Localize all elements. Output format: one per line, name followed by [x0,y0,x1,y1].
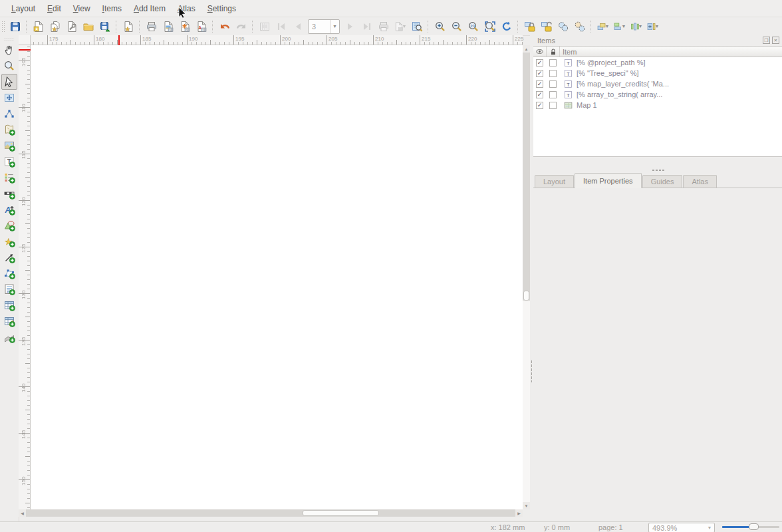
save-project-button[interactable] [7,19,23,35]
panel-splitter-handle[interactable] [652,169,665,172]
zoom-tool-tool-button[interactable] [1,58,17,74]
menu-edit[interactable]: Edit [41,1,67,16]
atlas-feature-number-combo[interactable]: 3▼ [308,19,340,34]
move-item-content-tool-button[interactable] [1,90,17,106]
add-scalebar-tool-button[interactable] [1,186,17,201]
add-arrow-tool-button[interactable] [1,249,17,265]
unlock-all-items-button[interactable] [539,19,555,35]
menu-items[interactable]: Items [96,1,128,16]
items-tree-row[interactable]: ✓T[% @project_path %] [533,57,782,68]
items-tree-row[interactable]: ✓T[% map_layer_credits( 'Ma... [533,78,782,89]
new-layout-button[interactable]: ★ [31,19,47,35]
add-map-tool-button[interactable] [1,122,17,138]
tab-guides[interactable]: Guides [642,175,683,188]
raise-selected-items-button[interactable]: ▼ [595,19,611,35]
vertical-scroll-trough[interactable] [523,301,530,502]
visibility-checkbox[interactable]: ✓ [536,80,543,88]
add-north-arrow-tool-button[interactable]: A [1,201,17,217]
scroll-up-arrow[interactable]: ▲ [523,45,530,53]
lock-checkbox[interactable] [549,91,557,98]
add-shape-tool-button[interactable] [1,217,17,233]
group-items-button[interactable] [555,19,571,35]
export-as-pdf-button[interactable]: AP [194,19,209,35]
next-feature-button[interactable] [342,19,358,35]
horizontal-scroll-thumb[interactable] [303,510,379,516]
edit-nodes-item-tool-button[interactable] [1,106,17,122]
first-feature-button[interactable] [273,19,289,35]
print-layout-button[interactable] [144,19,160,35]
visibility-checkbox[interactable]: ✓ [536,91,543,98]
add-attribute-table-tool-button[interactable] [1,297,17,313]
menu-settings[interactable]: Settings [201,1,242,16]
add-html-tool-button[interactable]: </> [1,281,17,297]
toolbar-drag-handle[interactable] [1,21,5,33]
print-atlas-button[interactable] [376,19,392,35]
items-tree-row[interactable]: ✓T[% "Tree_speci" %] [533,68,782,78]
tab-item-properties[interactable]: Item Properties [575,173,642,188]
refresh-view-button[interactable] [499,19,515,35]
add-fixed-table-tool-button[interactable] [1,313,17,329]
lock-checkbox[interactable] [549,102,557,109]
resize-selected-items-button[interactable]: ▼ [645,19,661,35]
scroll-right-arrow[interactable]: ▶ [515,509,523,517]
add-label-tool-button[interactable]: T [1,154,17,170]
zoom-slider-handle[interactable] [749,523,759,530]
add-picture-tool-button[interactable] [1,138,17,154]
menu-view[interactable]: View [67,1,96,16]
tab-atlas[interactable]: Atlas [683,175,716,188]
export-as-svg-button[interactable]: P [177,19,193,35]
zoom-actual-button[interactable]: 1:1 [465,19,481,35]
lock-checkbox[interactable] [549,59,557,66]
duplicate-layout-button[interactable]: ★ [47,19,63,35]
zoom-in-button[interactable] [432,19,448,35]
lock-selected-items-button[interactable] [522,19,538,35]
toolbox-drag-handle[interactable] [4,37,15,41]
vertical-scrollbar[interactable]: ▲ ▼ [523,45,530,509]
zoom-slider[interactable] [722,523,779,531]
visibility-checkbox[interactable]: ✓ [536,59,543,66]
visibility-column-header[interactable] [533,47,547,57]
lock-checkbox[interactable] [549,80,557,88]
add-node-item-tool-button[interactable] [1,265,17,281]
items-tree-row[interactable]: ✓Map 1 [533,100,782,110]
vertical-scroll-thumb[interactable] [523,291,529,301]
pan-layout-tool-button[interactable] [1,42,17,58]
zoom-out-button[interactable] [449,19,465,35]
menu-add-item[interactable]: Add Item [128,1,172,16]
previous-feature-button[interactable] [290,19,306,35]
items-tree-row[interactable]: ✓T[% array_to_string( array... [533,89,782,100]
scroll-left-arrow[interactable]: ◀ [19,509,26,517]
export-atlas-button[interactable]: ▼ [392,19,408,35]
items-panel-float-button[interactable]: ❐ [763,37,770,44]
lock-checkbox[interactable] [549,70,557,77]
export-as-image-button[interactable]: P [160,19,176,35]
atlas-settings-button[interactable] [409,19,425,35]
undo-button[interactable] [217,19,233,35]
items-panel-close-button[interactable]: ✕ [772,37,779,44]
add-items-from-template-button[interactable] [80,19,96,35]
zoom-level-combo[interactable]: 493.9% ▼ [648,523,715,532]
add-marker-tool-button[interactable]: ★ [1,233,17,249]
lock-column-header[interactable] [547,47,560,57]
align-selected-items-button[interactable]: ▼ [612,19,628,35]
preview-atlas-button[interactable] [257,19,273,35]
zoom-full-button[interactable] [482,19,498,35]
horizontal-scrollbar[interactable]: ◀ ▶ [19,509,523,517]
menu-layout[interactable]: Layout [5,1,41,16]
new-report-button[interactable]: ★ [120,19,136,35]
visibility-checkbox[interactable]: ✓ [536,70,543,77]
distribute-items-button[interactable]: ▼ [628,19,644,35]
save-as-template-button[interactable] [97,19,113,35]
redo-button[interactable] [233,19,249,35]
layout-manager-button[interactable] [64,19,80,35]
item-column-header[interactable]: Item [560,47,782,57]
add-legend-tool-button[interactable] [1,170,17,186]
tab-layout[interactable]: Layout [535,175,574,188]
ungroup-items-button[interactable] [572,19,588,35]
add-3d-map-tool-button[interactable] [1,329,17,345]
select-move-item-tool-button[interactable] [1,74,17,90]
visibility-checkbox[interactable]: ✓ [536,102,543,109]
last-feature-button[interactable] [359,19,375,35]
scroll-down-arrow[interactable]: ▼ [523,502,530,509]
layout-canvas-page[interactable] [31,45,523,509]
